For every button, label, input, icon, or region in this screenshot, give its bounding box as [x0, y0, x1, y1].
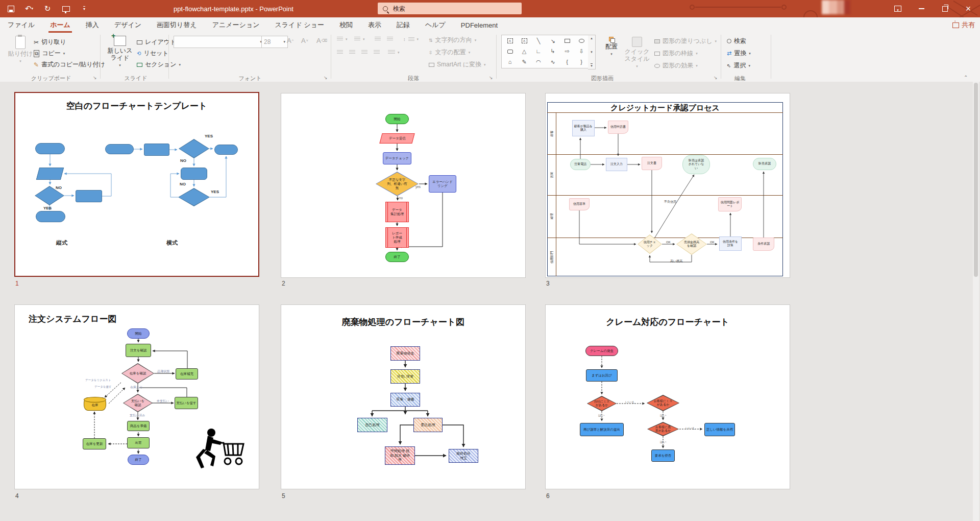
tab-view[interactable]: 表示 [360, 17, 389, 33]
ribbon-tabs: ファイル ホーム 挿入 デザイン 画面切り替え アニメーション スライド ショー… [0, 17, 980, 33]
tab-animations[interactable]: アニメーション [205, 17, 267, 33]
cut-button[interactable]: ✂切り取り [34, 38, 66, 46]
tab-help[interactable]: ヘルプ [418, 17, 453, 33]
tab-pdfelement[interactable]: PDFelement [453, 17, 505, 33]
columns-button[interactable]: ▾ [388, 50, 400, 55]
line-spacing-button[interactable]: ↕▾ [403, 37, 419, 42]
shape-fill [178, 188, 210, 206]
shape-outline-button[interactable]: 図形の枠線▾ [654, 49, 698, 58]
flow-node-approved: 販売承認 [753, 158, 776, 170]
flow-node-process [76, 190, 102, 202]
collapse-ribbon-button[interactable]: ⌃ [964, 75, 968, 80]
flow-node-start: 開始 [127, 328, 150, 339]
tab-insert[interactable]: 挿入 [78, 17, 107, 33]
tab-transitions[interactable]: 画面切り替え [149, 17, 205, 33]
text-direction-button[interactable]: ⇅文字列の方向▾ [429, 36, 476, 44]
rectangle-shape-icon [565, 39, 570, 43]
avatar[interactable] [822, 0, 850, 14]
edge-label-ok: OK [710, 241, 715, 244]
reset-button[interactable]: ⟲リセット [137, 49, 169, 58]
tab-record[interactable]: 記録 [389, 17, 418, 33]
replace-button[interactable]: ⇄置換▾ [727, 49, 751, 58]
copy-button[interactable]: ⧉コピー▾ [34, 49, 65, 58]
justify-button[interactable] [374, 50, 380, 55]
ribbon-display-options-button[interactable]: ▾ [886, 0, 910, 17]
ribbon: 貼り付け ▾ ✂切り取り ⧉コピー▾ ✎書式のコピー/貼り付け クリップボード … [0, 33, 980, 82]
shape-effects-button[interactable]: 図形の効果▾ [654, 61, 698, 70]
tab-home[interactable]: ホーム [42, 17, 78, 33]
convert-smartart-button[interactable]: SmartArt に変換▾ [429, 60, 485, 69]
clear-formatting-button[interactable]: A⌫ [316, 37, 327, 44]
slide-number: 4 [15, 492, 19, 500]
new-slide-button[interactable]: 新しいスライド ▾ [105, 36, 135, 67]
tab-design[interactable]: デザイン [107, 17, 149, 33]
arrange-button[interactable]: 配置 ▾ [601, 37, 622, 56]
align-center-button[interactable] [349, 50, 355, 55]
increase-indent-icon [387, 37, 393, 41]
decrease-indent-button[interactable] [375, 37, 381, 41]
align-right-button[interactable] [361, 50, 368, 55]
minimize-button[interactable] [910, 0, 933, 17]
slide-thumbnail-2[interactable]: 開始 データ受信 データチェック 不正な文字列、桁違い有無 yes エラーハンド… [281, 93, 526, 278]
shrink-font-button[interactable]: A˅ [301, 37, 308, 44]
tab-review[interactable]: 校閲 [332, 17, 360, 33]
customize-qat-button[interactable]: ▾ [79, 3, 90, 14]
save-icon [8, 6, 14, 12]
align-left-button[interactable] [337, 50, 343, 55]
dialog-launcher-icon[interactable]: ↘ [489, 75, 493, 80]
undo-button[interactable]: ↶▾ [23, 3, 35, 14]
share-button[interactable]: 共有 [952, 17, 975, 33]
grow-font-button[interactable]: A^ [287, 37, 293, 44]
rounded-rectangle-shape-icon [507, 50, 513, 54]
shapes-gallery[interactable]: A A ╲ ↘ △ ∟ ↳ ⇨ ⇩ ⌂ ✎ ◠ ∿ { } [501, 35, 590, 68]
edge-label-yes: YES [211, 190, 219, 194]
scrollbar-thumb[interactable] [974, 83, 978, 277]
shape-outline-icon [654, 52, 660, 56]
dialog-launcher-icon[interactable]: ↘ [93, 75, 97, 80]
slide-thumbnail-4[interactable]: 注文システムフロー図 開始 注文を確認 在庫を確認 品薄状態 在庫補充 在庫あり… [14, 304, 259, 489]
bullets-button[interactable]: ▾ [337, 37, 348, 41]
flow-node-check: データチェック [383, 152, 411, 164]
slide-thumbnail-6[interactable]: クレーム対応のフローチャート クレームの発生 まずはお詫び 自社にミスがあるか … [545, 304, 790, 489]
vertical-scrollbar[interactable] [973, 82, 979, 521]
edge-label-pass-data: データを渡す [94, 385, 112, 389]
flowchart-connectors [15, 93, 260, 278]
paste-button[interactable]: 貼り付け ▾ [7, 36, 34, 63]
redo-button[interactable]: ↻ [42, 3, 53, 14]
select-button[interactable]: ⇖選択▾ [727, 61, 750, 70]
slide-thumbnail-5[interactable]: 廃棄物処理のフローチャート図 廃棄物発生 分別, 保管 収集・運搬 自己処理 委… [281, 304, 526, 489]
close-button[interactable]: × [957, 0, 980, 17]
shapes-gallery-scrollbar[interactable]: ▴ ▾ ▾ [588, 35, 596, 69]
search-box[interactable] [378, 3, 522, 14]
edge-label-high-balance: 高い残高 [670, 259, 682, 264]
chevron-down-icon: ▾ [83, 6, 85, 11]
numbering-button[interactable]: ▾ [354, 37, 365, 41]
edge-label-yes: はい [598, 413, 604, 418]
find-button[interactable]: 検索 [727, 37, 746, 45]
quick-styles-button[interactable]: クイック スタイル ▾ [624, 37, 650, 68]
increase-indent-button[interactable] [387, 37, 393, 41]
flow-node-self: 自己処理 [357, 418, 387, 432]
search-input[interactable] [392, 5, 501, 13]
tab-slideshow[interactable]: スライド ショー [267, 17, 331, 33]
font-size-combo[interactable]: 28▾ [261, 36, 288, 48]
replace-label: 置換 [734, 49, 746, 58]
section-button[interactable]: セクション▾ [137, 60, 181, 69]
font-name-combo[interactable]: ▾ [174, 36, 264, 48]
tab-file[interactable]: ファイル [0, 17, 42, 33]
shape-fill-button[interactable]: 図形の塗りつぶし▾ [654, 37, 717, 45]
layout-icon [137, 40, 142, 44]
start-slideshow-button[interactable] [60, 3, 71, 14]
dialog-launcher-icon[interactable]: ↘ [324, 75, 328, 80]
group-label-editing: 編集 [715, 75, 766, 82]
save-button[interactable] [5, 3, 16, 14]
diagram-caption-vertical: 縦式 [56, 239, 67, 247]
scroll-up-icon: ▴ [591, 36, 593, 40]
flow-node-standards: 信用基準 [569, 198, 590, 210]
slide-thumbnail-1[interactable]: 空白のフローチャートテンプレート NO YES YES NO NO YES 縦式… [14, 92, 259, 277]
flow-node-start [35, 143, 65, 154]
format-painter-button[interactable]: ✎書式のコピー/貼り付け [34, 60, 105, 69]
slide-thumbnail-3[interactable]: クレジットカード承認プロセス 顧客 営業 経理 信用部門 [545, 93, 790, 278]
align-text-button[interactable]: ⇳文字の配置▾ [429, 48, 470, 57]
restore-button[interactable] [933, 0, 957, 17]
